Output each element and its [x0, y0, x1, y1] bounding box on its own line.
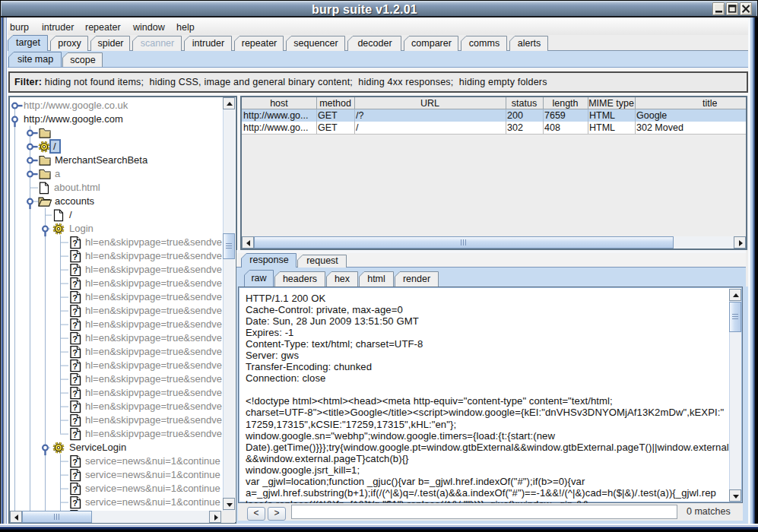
svg-text:service=news&nui=1&continue: service=news&nui=1&continue	[85, 496, 220, 508]
svg-text:http://www.google.co.uk: http://www.google.co.uk	[24, 100, 128, 111]
svg-text:hl=en&skipvpage=true&sendve: hl=en&skipvpage=true&sendve	[85, 305, 222, 316]
svg-text:?: ?	[72, 430, 78, 439]
svg-text:?: ?	[72, 348, 78, 357]
svg-text:hl=en&skipvpage=true&sendve: hl=en&skipvpage=true&sendve	[85, 277, 222, 289]
svg-text:?: ?	[72, 403, 78, 412]
svg-text:hl=en&skipvpage=true&sendve: hl=en&skipvpage=true&sendve	[85, 264, 222, 275]
svg-text:hl=en&skipvpage=true&sendve: hl=en&skipvpage=true&sendve	[85, 401, 222, 412]
svg-text:?: ?	[72, 389, 78, 398]
svg-text:/: /	[69, 209, 72, 220]
svg-text:hl=en&skipvpage=true&sendve: hl=en&skipvpage=true&sendve	[85, 236, 222, 248]
svg-text:?: ?	[72, 485, 78, 494]
svg-text:/: /	[53, 141, 56, 152]
svg-text:?: ?	[72, 252, 78, 261]
svg-text:hl=en&skipvpage=true&sendve: hl=en&skipvpage=true&sendve	[85, 414, 222, 426]
svg-text:?: ?	[72, 375, 78, 385]
svg-text:?: ?	[72, 499, 78, 508]
svg-text:hl=en&skipvpage=true&sendve: hl=en&skipvpage=true&sendve	[85, 373, 222, 385]
svg-text:hl=en&skipvpage=true&sendve: hl=en&skipvpage=true&sendve	[85, 250, 222, 261]
svg-text:?: ?	[72, 321, 78, 330]
svg-text:hl=en&skipvpage=true&sendve: hl=en&skipvpage=true&sendve	[85, 291, 222, 302]
svg-text:?: ?	[72, 239, 78, 248]
svg-text:?: ?	[72, 471, 78, 480]
svg-text:?: ?	[72, 458, 78, 467]
svg-text:hl=en&skipvpage=true&sendve: hl=en&skipvpage=true&sendve	[85, 318, 222, 330]
svg-text:hl=en&skipvpage=true&sendve: hl=en&skipvpage=true&sendve	[85, 346, 222, 357]
svg-text:ServiceLogin: ServiceLogin	[69, 442, 126, 453]
svg-text:Login: Login	[69, 223, 94, 234]
svg-text:service=news&nui=1&continue: service=news&nui=1&continue	[85, 469, 220, 480]
svg-text:service=news&nui=1&continue: service=news&nui=1&continue	[85, 483, 220, 494]
svg-text:?: ?	[72, 362, 78, 371]
svg-text:MerchantSearchBeta: MerchantSearchBeta	[55, 154, 148, 166]
svg-text:accounts: accounts	[55, 195, 95, 207]
svg-text:about.html: about.html	[54, 182, 100, 193]
svg-text:?: ?	[72, 293, 78, 302]
svg-text:hl=en&skipvpage=true&sendve: hl=en&skipvpage=true&sendve	[85, 387, 222, 398]
svg-text:hl=en&skipvpage=true&sendve: hl=en&skipvpage=true&sendve	[85, 428, 222, 439]
svg-text:?: ?	[72, 266, 78, 275]
svg-text:service=news&nui=1&continue: service=news&nui=1&continue	[85, 455, 220, 467]
svg-text:hl=en&skipvpage=true&sendve: hl=en&skipvpage=true&sendve	[85, 332, 222, 344]
svg-text:?: ?	[72, 307, 78, 316]
svg-text:hl=en&skipvpage=true&sendve: hl=en&skipvpage=true&sendve	[85, 359, 222, 371]
svg-text:http://www.google.com: http://www.google.com	[24, 113, 123, 125]
svg-text:?: ?	[72, 416, 78, 426]
svg-text:a: a	[55, 168, 61, 179]
svg-text:?: ?	[72, 334, 78, 344]
svg-text:?: ?	[72, 280, 78, 289]
